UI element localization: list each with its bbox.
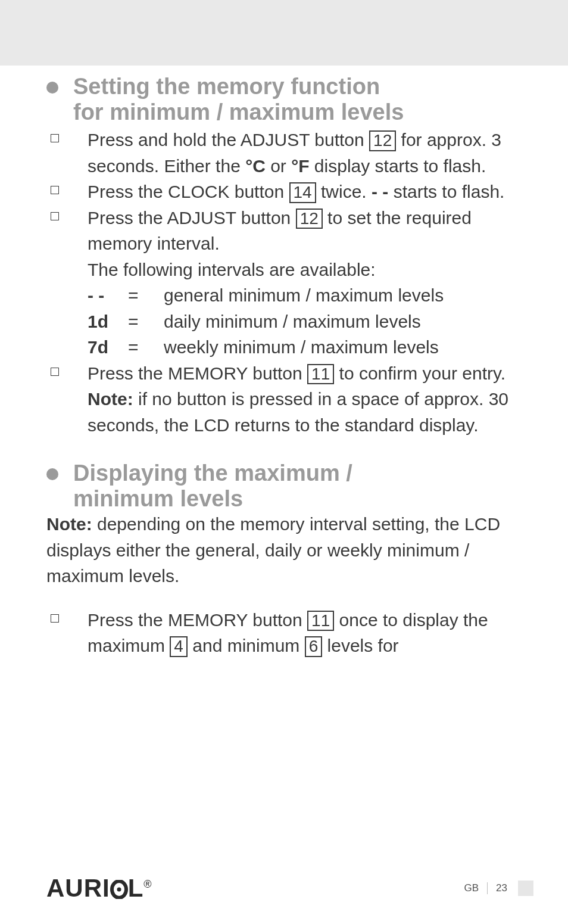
text-fragment: Press the MEMORY button (88, 610, 307, 630)
interval-equals: = (128, 334, 164, 360)
text-fragment: to confirm your entry. (334, 363, 505, 383)
ref-number: 12 (296, 209, 323, 229)
note-label: Note: (46, 514, 92, 534)
list-item: Press and hold the ADJUST button 12 for … (46, 127, 532, 179)
section1-heading: Setting the memory function for minimum … (73, 74, 404, 125)
list-item: Press the MEMORY button 11 to confirm yo… (46, 360, 532, 438)
square-bullet-icon (51, 134, 59, 142)
interval-equals: = (128, 309, 164, 335)
list-item-text: Press the MEMORY button 11 once to displ… (88, 607, 532, 659)
text-fragment: Press and hold the ADJUST button (88, 130, 369, 150)
section2-heading: Displaying the maximum / minimum levels (73, 461, 352, 511)
logo-text-part2: L (128, 874, 144, 902)
section2-heading-row: Displaying the maximum / minimum levels (46, 461, 532, 511)
list-item: Press the MEMORY button 11 once to displ… (46, 607, 532, 659)
list-item-text: Press the MEMORY button 11 to confirm yo… (88, 360, 532, 438)
ref-number: 4 (170, 636, 188, 657)
ref-number: 12 (369, 130, 396, 151)
text-fragment: Press the CLOCK button (88, 182, 289, 201)
list-item-text: Press the ADJUST button 12 to set the re… (88, 205, 532, 360)
interval-desc: general minimum / maximum levels (164, 282, 444, 309)
text-fragment: Press the ADJUST button (88, 208, 296, 228)
section1-heading-line2: for minimum / maximum levels (73, 99, 404, 125)
interval-symbol: 7d (88, 334, 128, 360)
locale-label: GB (464, 882, 479, 894)
square-bullet-icon (51, 186, 59, 194)
interval-row: 7d = weekly minimum / maximum levels (88, 334, 532, 360)
section1-heading-row: Setting the memory function for minimum … (46, 74, 532, 125)
interval-symbol: - - (88, 282, 128, 309)
square-bullet-icon (51, 212, 59, 220)
page-marker-icon (518, 881, 533, 896)
list-item: Press the CLOCK button 14 twice. - - sta… (46, 179, 532, 205)
interval-symbol: 1d (88, 309, 128, 335)
bold-text: °F (291, 156, 309, 176)
footer-row: AURIL® GB 23 (46, 874, 533, 903)
section1-heading-line1: Setting the memory function (73, 74, 380, 99)
text-line: The following intervals are available: (88, 257, 532, 283)
section2-note: Note: depending on the memory interval s… (46, 511, 532, 589)
page-content: Setting the memory function for minimum … (0, 66, 568, 659)
top-bar (0, 0, 568, 66)
ref-number: 6 (305, 636, 323, 657)
list-item-text: Press the CLOCK button 14 twice. - - sta… (88, 179, 504, 205)
svg-point-1 (117, 888, 121, 892)
section2-heading-line2: minimum levels (73, 486, 243, 511)
intervals-list: - - = general minimum / maximum levels 1… (88, 282, 532, 360)
page-footer: GB 23 (464, 881, 533, 896)
interval-row: - - = general minimum / maximum levels (88, 282, 532, 309)
text-fragment: starts to flash. (388, 182, 504, 201)
text-fragment: display starts to flash. (310, 156, 486, 176)
interval-desc: weekly minimum / maximum levels (164, 334, 439, 360)
bold-text: - - (372, 182, 388, 201)
section2-heading-line1: Displaying the maximum / (73, 461, 352, 486)
bullet-dot-icon (46, 468, 58, 480)
bullet-dot-icon (46, 82, 58, 94)
list-item-text: Press and hold the ADJUST button 12 for … (88, 127, 532, 179)
interval-desc: daily minimum / maximum levels (164, 309, 421, 335)
section1-list: Press and hold the ADJUST button 12 for … (46, 127, 532, 438)
logo-o-icon (110, 874, 128, 903)
bold-text: °C (245, 156, 266, 176)
ref-number: 11 (307, 364, 334, 385)
note-body: depending on the memory interval setting… (46, 514, 500, 586)
list-item: Press the ADJUST button 12 to set the re… (46, 205, 532, 360)
ref-number: 14 (289, 182, 316, 203)
text-fragment: and minimum (188, 636, 305, 655)
text-fragment: or (266, 156, 291, 176)
note-body: if no button is pressed in a space of ap… (88, 389, 508, 435)
page-number: 23 (496, 882, 507, 894)
square-bullet-icon (51, 368, 59, 376)
text-fragment: levels for (322, 636, 398, 655)
divider-icon (487, 882, 488, 894)
brand-logo: AURIL® (46, 874, 152, 903)
interval-row: 1d = daily minimum / maximum levels (88, 309, 532, 335)
ref-number: 11 (307, 611, 334, 631)
text-fragment: Press the MEMORY button (88, 363, 307, 383)
interval-equals: = (128, 282, 164, 309)
text-fragment: twice. (316, 182, 372, 201)
registered-icon: ® (143, 878, 152, 890)
logo-text-part1: AURI (46, 874, 110, 902)
note-label: Note: (88, 389, 133, 409)
square-bullet-icon (51, 614, 59, 623)
